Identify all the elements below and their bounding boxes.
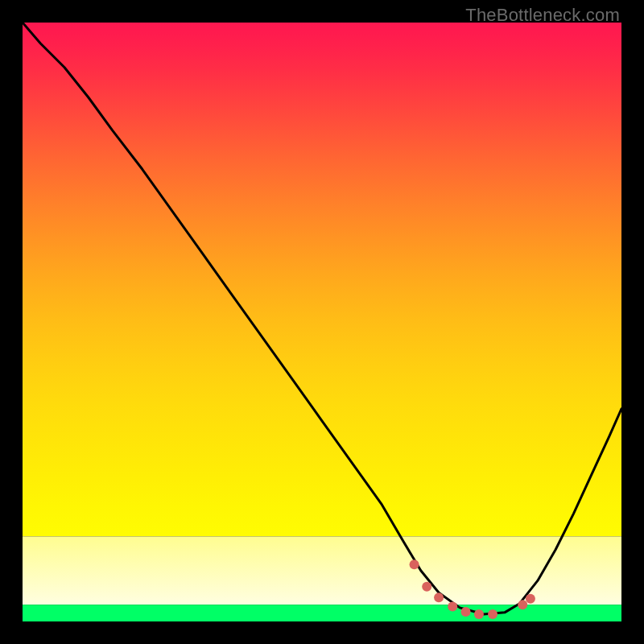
watermark-text: TheBottleneck.com xyxy=(465,5,620,26)
gradient-background xyxy=(23,23,621,621)
chart-frame: TheBottleneck.com xyxy=(0,0,644,644)
svg-rect-0 xyxy=(23,23,621,536)
svg-rect-2 xyxy=(23,605,621,621)
svg-rect-1 xyxy=(23,536,621,605)
plot-area xyxy=(23,23,621,621)
